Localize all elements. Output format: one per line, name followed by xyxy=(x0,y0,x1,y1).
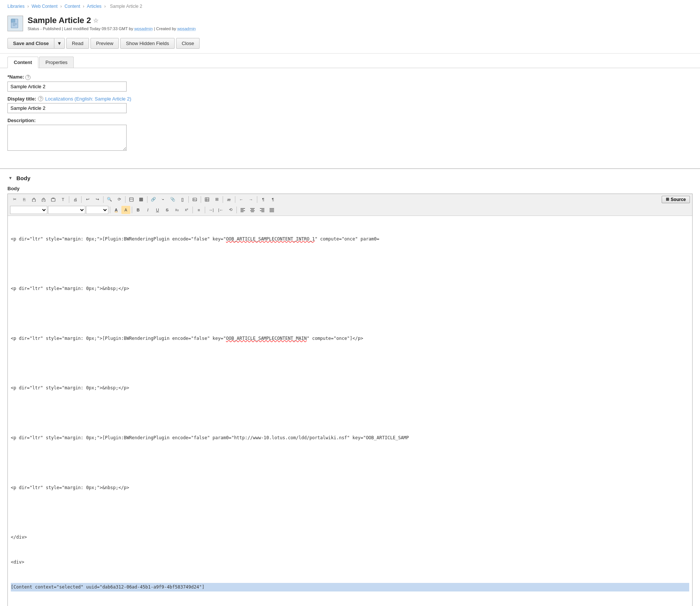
find-button[interactable]: 🔍 xyxy=(105,195,114,204)
paragraph2-button[interactable]: ¶ xyxy=(268,195,277,204)
display-title-field-group: Display title: ? Localizations (English:… xyxy=(7,96,693,113)
description-label: Description: xyxy=(7,118,693,123)
paragraph-button[interactable]: ¶ xyxy=(259,195,268,204)
dropdown-arrow-icon: ▼ xyxy=(57,41,62,46)
breadcrumb-web-content[interactable]: Web Content xyxy=(32,4,58,9)
arrow-left-button[interactable]: ← xyxy=(237,195,246,204)
attach-button[interactable]: 📎 xyxy=(168,195,177,204)
undo-button[interactable]: ↩ xyxy=(83,195,92,204)
save-and-close-button[interactable]: Save and Close xyxy=(7,38,54,49)
name-input[interactable] xyxy=(7,82,127,92)
format-a-button[interactable]: A xyxy=(112,206,121,214)
save-dropdown-button[interactable]: ▼ xyxy=(54,38,65,49)
align-left-button[interactable] xyxy=(238,206,247,214)
svg-rect-1 xyxy=(11,19,15,22)
editor-toolbar: ✂ ⎘ T 🖨 ↩ ↪ 🔍 xyxy=(8,194,692,216)
paste-text-button[interactable]: T xyxy=(58,195,67,204)
image-button[interactable] xyxy=(190,195,199,204)
body-section: ▼ Body Body ✂ ⎘ T xyxy=(0,175,700,606)
toolbar-divider3 xyxy=(103,196,104,203)
unlink-button[interactable] xyxy=(159,195,168,204)
outdent-button[interactable]: |← xyxy=(216,206,225,214)
read-button[interactable]: Read xyxy=(66,38,89,49)
size-select[interactable] xyxy=(86,206,108,214)
editor-line xyxy=(11,409,689,418)
bold-button[interactable]: B xyxy=(134,206,143,214)
close-button[interactable]: Close xyxy=(176,38,200,49)
svg-rect-15 xyxy=(205,198,209,201)
link-button[interactable]: 🔗 xyxy=(149,195,158,204)
display-title-input[interactable] xyxy=(7,103,127,113)
subscript-button[interactable]: x₂ xyxy=(172,206,181,214)
italic-button[interactable]: I xyxy=(143,206,152,214)
display-title-label-row: Display title: ? Localizations (English:… xyxy=(7,96,693,102)
blockquote-button[interactable]: ⟲ xyxy=(226,206,235,214)
toolbar-divider5 xyxy=(147,196,147,203)
page-title-area: Sample Article 2 ☆ Status - Published | … xyxy=(28,16,196,31)
arrow-right-button[interactable]: → xyxy=(246,195,255,204)
copy-button[interactable]: ⎘ xyxy=(20,195,29,204)
special-char-button[interactable]: æ xyxy=(225,195,233,204)
svg-rect-12 xyxy=(139,198,143,201)
svg-rect-9 xyxy=(51,198,55,201)
table-button[interactable] xyxy=(203,195,211,204)
localizations-link[interactable]: Localizations (English: Sample Article 2… xyxy=(45,96,131,102)
align-center-button[interactable] xyxy=(248,206,257,214)
favorite-star[interactable]: ☆ xyxy=(93,17,98,24)
breadcrumb-articles[interactable]: Articles xyxy=(87,4,101,9)
editor-line: <p dir="ltr" style="margin: 0px;">[Plugi… xyxy=(11,434,689,443)
toolbar-divider7 xyxy=(201,196,201,203)
redo-button[interactable]: ↪ xyxy=(93,195,102,204)
created-by-link[interactable]: wpsadmin xyxy=(177,26,196,31)
tab-properties[interactable]: Properties xyxy=(39,57,74,68)
paste-button[interactable] xyxy=(49,195,58,204)
replace-button[interactable]: ⟳ xyxy=(115,195,124,204)
lock2-button[interactable] xyxy=(39,195,48,204)
toolbar-divider10 xyxy=(257,196,257,203)
tab-content[interactable]: Content xyxy=(7,57,38,68)
block-button[interactable] xyxy=(137,195,146,204)
toolbar-divider8 xyxy=(223,196,223,203)
underline-button[interactable]: U xyxy=(153,206,162,214)
page-icon xyxy=(7,16,23,31)
font-select[interactable] xyxy=(48,206,85,214)
cut-button[interactable]: ✂ xyxy=(10,195,19,204)
body-section-title: Body xyxy=(16,175,31,181)
breadcrumb-content[interactable]: Content xyxy=(64,4,80,9)
superscript-button[interactable]: x² xyxy=(182,206,191,214)
highlight-button[interactable]: A xyxy=(121,206,130,214)
editor-line xyxy=(11,508,689,517)
lock1-button[interactable] xyxy=(29,195,38,204)
preview-button[interactable]: Preview xyxy=(90,38,119,49)
template-button[interactable] xyxy=(127,195,136,204)
description-textarea[interactable] xyxy=(7,125,127,151)
print-button[interactable]: 🖨 xyxy=(71,195,80,204)
editor-line xyxy=(11,359,689,368)
source-button[interactable]: ⊞ Source xyxy=(662,196,690,203)
editor-toolbar-row1: ✂ ⎘ T 🖨 ↩ ↪ 🔍 xyxy=(10,195,690,204)
editor-line xyxy=(11,459,689,468)
modified-by-link[interactable]: wpsadmin xyxy=(134,26,153,31)
show-hidden-fields-button[interactable]: Show Hidden Fields xyxy=(120,38,175,49)
style-select[interactable] xyxy=(10,206,47,214)
page-header: Sample Article 2 ☆ Status - Published | … xyxy=(0,13,700,35)
align-right-button[interactable] xyxy=(258,206,267,214)
name-field-group: *Name: ? xyxy=(7,74,693,92)
editor-line: <div> xyxy=(11,558,689,567)
editor-content[interactable]: <p dir="ltr" style="margin: 0px;">[Plugi… xyxy=(8,216,692,606)
section-divider xyxy=(0,168,700,169)
svg-rect-13 xyxy=(193,198,197,201)
breadcrumb-libraries[interactable]: Libraries xyxy=(7,4,25,9)
toolbar-divider1 xyxy=(69,196,69,203)
align-justify-button[interactable] xyxy=(267,206,276,214)
indent-button[interactable]: →| xyxy=(207,206,216,214)
form-area: *Name: ? Display title: ? Localizations … xyxy=(0,68,700,162)
table2-button[interactable]: ⊞ xyxy=(212,195,221,204)
editor-line: <p dir="ltr" style="margin: 0px;">&nbsp;… xyxy=(11,284,689,293)
brackets-button[interactable]: [] xyxy=(178,195,187,204)
name-help-icon[interactable]: ? xyxy=(25,75,31,80)
display-title-help-icon[interactable]: ? xyxy=(38,96,43,101)
collapse-button[interactable]: ▼ xyxy=(7,175,13,181)
strikethrough-button[interactable]: S xyxy=(163,206,172,214)
list-bullet-button[interactable]: ≡ xyxy=(194,206,203,214)
